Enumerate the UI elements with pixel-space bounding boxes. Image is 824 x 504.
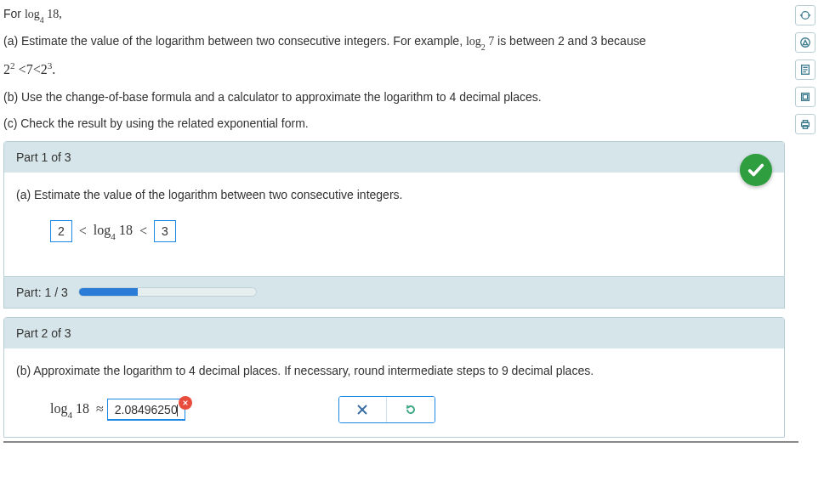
undo-icon <box>404 403 418 416</box>
tool-highlight-button[interactable] <box>795 87 815 107</box>
right-toolbar <box>795 5 819 134</box>
part1-prompt: (a) Estimate the value of the logarithm … <box>16 188 772 201</box>
close-icon <box>182 399 189 406</box>
ex-log-label: log <box>466 35 481 48</box>
part1-panel: Part 1 of 3 (a) Estimate the value of th… <box>3 141 785 277</box>
part2-value-input[interactable]: 2.08496250 <box>107 399 185 421</box>
prompt-a: (a) Estimate the value of the logarithm … <box>3 34 466 48</box>
ineq-lexp: 2 <box>10 60 15 71</box>
clear-input-button[interactable] <box>179 396 192 410</box>
intro-log-label: log <box>25 8 40 20</box>
p2-approx: ≈ <box>96 401 104 416</box>
ineq-mid: 7 <box>26 63 33 77</box>
text-cursor <box>177 405 178 416</box>
tool-print-button[interactable] <box>795 114 815 134</box>
intro-log-base: 4 <box>40 15 44 25</box>
p2-log-label: log <box>50 401 67 416</box>
svg-rect-13 <box>803 94 807 99</box>
compass-icon <box>799 37 811 48</box>
correct-badge <box>740 154 772 186</box>
inequality-line: 22 <7<23. <box>3 59 785 81</box>
intro-prefix: For <box>3 7 25 20</box>
progress-track <box>78 287 257 297</box>
main-content: For log4 18, (a) Estimate the value of t… <box>0 0 795 438</box>
p1-log-base: 4 <box>111 231 116 241</box>
tool-settings-button[interactable] <box>795 5 815 25</box>
part2-header: Part 2 of 3 <box>4 318 784 348</box>
part2-value-text: 2.08496250 <box>115 403 178 416</box>
highlight-icon <box>799 91 811 103</box>
p1-log-label: log <box>94 223 111 237</box>
tool-guide-button[interactable] <box>795 32 815 53</box>
prompt-b: (b) Use the change-of-base formula and a… <box>3 88 785 106</box>
part1-upper-input[interactable]: 3 <box>154 220 176 242</box>
cancel-button[interactable] <box>339 397 387 422</box>
print-icon <box>799 118 811 130</box>
ineq-rbase: 2 <box>41 63 48 77</box>
part2-answer-row: log4 18 ≈ 2.08496250 <box>50 396 772 423</box>
part1-lt1: < <box>79 224 87 239</box>
progress-row: Part: 1 / 3 <box>3 277 785 309</box>
svg-rect-15 <box>803 121 807 123</box>
reset-button[interactable] <box>387 397 435 422</box>
ex-between: is between 2 and 3 because <box>494 34 645 48</box>
notes-icon <box>799 64 811 76</box>
intro-log-arg: 18, <box>47 8 62 20</box>
part1-lower-input[interactable]: 2 <box>50 220 72 242</box>
progress-label: Part: 1 / 3 <box>16 286 68 299</box>
part1-header: Part 1 of 3 <box>4 142 784 173</box>
x-icon <box>355 403 369 416</box>
ineq-lt2: < <box>33 63 41 77</box>
progress-fill <box>79 288 138 296</box>
ex-log-base: 2 <box>481 42 486 52</box>
svg-rect-16 <box>803 126 807 129</box>
part1-lt2: < <box>139 224 147 239</box>
bottom-divider <box>3 441 798 443</box>
intro-line: For log4 18, <box>3 7 785 23</box>
part2-panel: Part 2 of 3 (b) Approximate the logarith… <box>3 317 785 438</box>
p1-log-arg: 18 <box>119 223 133 237</box>
p2-log-arg: 18 <box>76 401 89 416</box>
prompt-c: (c) Check the result by using the relate… <box>3 114 785 133</box>
ineq-period: . <box>52 63 55 77</box>
p2-log-base: 4 <box>67 410 72 420</box>
part2-prompt: (b) Approximate the logarithm to 4 decim… <box>16 364 772 377</box>
ineq-lbase: 2 <box>3 63 10 77</box>
check-icon <box>747 161 765 179</box>
svg-point-4 <box>802 12 810 20</box>
part1-answer-row: 2 < log4 18 < 3 <box>50 220 772 242</box>
tool-notes-button[interactable] <box>795 59 815 80</box>
question-a: (a) Estimate the value of the logarithm … <box>3 31 785 52</box>
ineq-lt1: < <box>19 63 26 77</box>
settings-icon <box>799 9 811 21</box>
action-box <box>338 396 435 423</box>
